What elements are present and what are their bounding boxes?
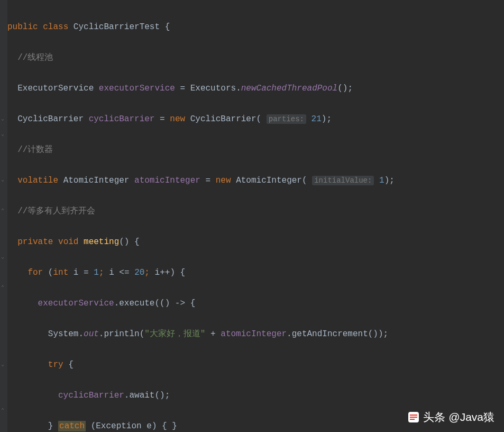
fold-icon[interactable]: ⌄ bbox=[1, 111, 6, 116]
comment: //线程池 bbox=[7, 50, 504, 66]
param-hint: parties: bbox=[267, 114, 306, 124]
watermark-prefix: 头条 bbox=[423, 409, 445, 425]
toutiao-icon bbox=[407, 411, 420, 424]
atomic-declaration: volatile AtomicInteger atomicInteger = n… bbox=[7, 173, 504, 188]
code-editor[interactable]: public class CyclicBarrierTest { //线程池 E… bbox=[0, 4, 504, 432]
barrier-declaration: CyclicBarrier cyclicBarrier = new Cyclic… bbox=[7, 112, 504, 127]
watermark: 头条 @Java猿 bbox=[407, 409, 494, 425]
svg-rect-3 bbox=[410, 419, 415, 420]
executor-declaration: ExecutorService executorService = Execut… bbox=[7, 81, 504, 96]
await-call: cyclicBarrier.await(); bbox=[7, 388, 504, 403]
close-brace-icon[interactable]: ⌃ bbox=[1, 280, 6, 285]
watermark-handle: @Java猿 bbox=[448, 409, 494, 425]
println-stmt: System.out.println("大家好，报道" + atomicInte… bbox=[7, 327, 504, 342]
close-brace-icon[interactable]: ⌃ bbox=[1, 203, 6, 209]
editor-gutter: ⌄ ⌄ ⌄ ⌃ ⌄ ⌃ ⌄ ⌃ bbox=[0, 0, 7, 432]
close-brace-icon[interactable]: ⌃ bbox=[1, 403, 6, 408]
try-stmt: try { bbox=[7, 357, 504, 373]
class-declaration: public class CyclicBarrierTest { bbox=[7, 20, 504, 35]
svg-rect-1 bbox=[410, 415, 417, 416]
for-statement: for (int i = 1; i <= 20; i++) { bbox=[7, 265, 504, 281]
comment: //等多有人到齐开会 bbox=[7, 204, 504, 219]
param-hint: initialValue: bbox=[312, 176, 374, 185]
fold-icon[interactable]: ⌄ bbox=[1, 249, 6, 255]
svg-rect-2 bbox=[410, 417, 417, 418]
method-meeting: private void meeting() { bbox=[7, 235, 504, 250]
fold-icon[interactable]: ⌄ bbox=[1, 172, 6, 177]
fold-icon[interactable]: ⌄ bbox=[1, 127, 6, 132]
execute-call: executorService.execute(() -> { bbox=[7, 296, 504, 311]
comment: //计数器 bbox=[7, 142, 504, 158]
fold-icon[interactable]: ⌄ bbox=[1, 357, 6, 362]
